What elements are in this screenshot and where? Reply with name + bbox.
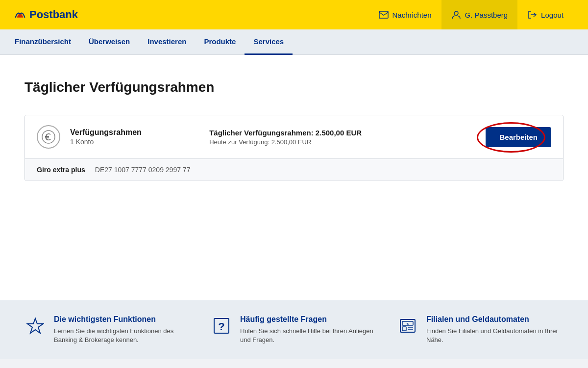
messages-label: Nachrichten	[392, 11, 432, 19]
verfuegungsrahmen-card: Verfügungsrahmen 1 Konto Täglicher Verfü…	[24, 115, 564, 181]
atm-icon: €	[397, 315, 418, 337]
user-label: G. Passtberg	[465, 11, 508, 19]
nav-item-services[interactable]: Services	[245, 29, 293, 55]
footer-functions-content: Die wichtigsten Funktionen Lernen Sie di…	[54, 315, 191, 344]
card-action: Bearbeiten	[486, 127, 551, 147]
svg-rect-0	[379, 11, 388, 18]
postbank-logo-icon	[15, 9, 25, 20]
page-title: Täglicher Verfügungsrahmen	[24, 79, 564, 95]
footer-faq-text: Holen Sie sich schnelle Hilfe bei Ihren …	[240, 327, 377, 344]
footer-faq-title: Häufig gestellte Fragen	[240, 315, 377, 324]
header-actions: Nachrichten G. Passtberg Logout	[369, 0, 573, 29]
logout-icon	[527, 10, 537, 20]
main-content: Täglicher Verfügungsrahmen Verfügungsrah…	[0, 55, 588, 300]
card-label: Verfügungsrahmen 1 Konto	[70, 128, 199, 146]
footer-functions-title: Die wichtigsten Funktionen	[54, 315, 191, 324]
card-euro-icon	[37, 125, 60, 149]
star-icon	[24, 315, 46, 337]
logout-label: Logout	[541, 11, 564, 19]
card-subtitle: 1 Konto	[70, 138, 199, 146]
card-main-row: Verfügungsrahmen 1 Konto Täglicher Verfü…	[25, 115, 563, 158]
footer-atm-title: Filialen und Geldautomaten	[426, 315, 564, 324]
card-info: Täglicher Verfügungsrahmen: 2.500,00 EUR…	[199, 129, 478, 146]
footer-functions-text: Lernen Sie die wichtigsten Funktionen de…	[54, 327, 191, 344]
card-info-sub: Heute zur Verfügung: 2.500,00 EUR	[209, 138, 468, 146]
svg-rect-12	[402, 327, 406, 331]
logout-button[interactable]: Logout	[517, 0, 573, 29]
question-icon: ?	[211, 315, 232, 337]
footer-item-faq[interactable]: ? Häufig gestellte Fragen Holen Sie sich…	[211, 315, 377, 344]
nav-item-produkte[interactable]: Produkte	[195, 29, 245, 55]
logo: Postbank	[15, 8, 78, 21]
user-button[interactable]: G. Passtberg	[441, 0, 518, 29]
header: Postbank Nachrichten G. Passtberg	[0, 0, 588, 29]
user-icon	[451, 10, 461, 20]
footer-atm-text: Finden Sie Filialen und Geldautomaten in…	[426, 327, 564, 344]
account-iban: DE27 1007 7777 0209 2997 77	[95, 166, 191, 174]
bearbeiten-button[interactable]: Bearbeiten	[486, 127, 551, 147]
account-name: Giro extra plus	[37, 166, 85, 174]
svg-point-3	[42, 131, 55, 143]
messages-button[interactable]: Nachrichten	[369, 0, 441, 29]
nav-item-investieren[interactable]: Investieren	[139, 29, 195, 55]
footer: Die wichtigsten Funktionen Lernen Sie di…	[0, 300, 588, 359]
footer-faq-content: Häufig gestellte Fragen Holen Sie sich s…	[240, 315, 377, 344]
footer-item-atm[interactable]: € Filialen und Geldautomaten Finden Sie …	[397, 315, 564, 344]
main-nav: Finanzübersicht Überweisen Investieren P…	[0, 29, 588, 55]
nav-item-ueberweisen[interactable]: Überweisen	[80, 29, 139, 55]
svg-text:?: ?	[218, 320, 224, 333]
card-info-main: Täglicher Verfügungsrahmen: 2.500,00 EUR	[209, 129, 468, 137]
envelope-icon	[379, 10, 389, 20]
svg-text:€: €	[407, 322, 409, 326]
account-row: Giro extra plus DE27 1007 7777 0209 2997…	[25, 158, 563, 181]
card-title: Verfügungsrahmen	[70, 128, 199, 137]
svg-point-1	[454, 11, 458, 15]
footer-atm-content: Filialen und Geldautomaten Finden Sie Fi…	[426, 315, 564, 344]
logo-text: Postbank	[29, 8, 78, 21]
svg-marker-6	[27, 318, 43, 333]
nav-item-finanzuebersicht[interactable]: Finanzübersicht	[15, 29, 80, 55]
footer-item-functions[interactable]: Die wichtigsten Funktionen Lernen Sie di…	[24, 315, 191, 344]
